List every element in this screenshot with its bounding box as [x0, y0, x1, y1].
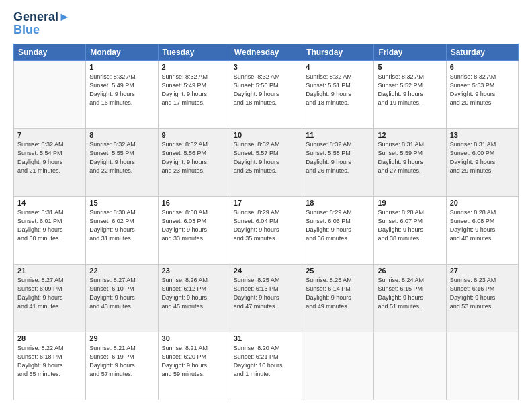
day-info: Sunrise: 8:32 AM Sunset: 5:54 PM Dayligh… — [17, 140, 82, 175]
day-info: Sunrise: 8:32 AM Sunset: 5:57 PM Dayligh… — [234, 140, 298, 175]
calendar-cell: 23Sunrise: 8:26 AM Sunset: 6:12 PM Dayli… — [158, 264, 230, 332]
day-number: 18 — [306, 199, 370, 207]
day-info: Sunrise: 8:23 AM Sunset: 6:16 PM Dayligh… — [450, 276, 515, 311]
day-info: Sunrise: 8:20 AM Sunset: 6:21 PM Dayligh… — [234, 344, 298, 379]
calendar-week-row: 28Sunrise: 8:22 AM Sunset: 6:18 PM Dayli… — [14, 332, 519, 400]
weekday-wednesday: Wednesday — [230, 44, 302, 60]
calendar-cell: 3Sunrise: 8:32 AM Sunset: 5:50 PM Daylig… — [230, 60, 302, 128]
calendar-week-row: 21Sunrise: 8:27 AM Sunset: 6:09 PM Dayli… — [14, 264, 519, 332]
calendar-cell: 14Sunrise: 8:31 AM Sunset: 6:01 PM Dayli… — [14, 196, 86, 264]
logo-blue: Blue — [13, 23, 40, 37]
calendar-cell: 27Sunrise: 8:23 AM Sunset: 6:16 PM Dayli… — [446, 264, 518, 332]
day-number: 21 — [17, 267, 82, 275]
header: General► Blue — [13, 11, 519, 37]
day-number: 27 — [450, 267, 515, 275]
calendar-cell — [446, 332, 518, 400]
day-number: 3 — [234, 63, 298, 71]
day-number: 25 — [306, 267, 370, 275]
day-info: Sunrise: 8:30 AM Sunset: 6:02 PM Dayligh… — [89, 208, 154, 243]
day-info: Sunrise: 8:27 AM Sunset: 6:10 PM Dayligh… — [89, 276, 154, 311]
day-number: 31 — [234, 334, 298, 342]
day-number: 9 — [162, 131, 226, 139]
calendar-cell: 30Sunrise: 8:21 AM Sunset: 6:20 PM Dayli… — [158, 332, 230, 400]
day-info: Sunrise: 8:32 AM Sunset: 5:53 PM Dayligh… — [450, 73, 515, 107]
day-number: 5 — [378, 63, 442, 71]
day-number: 1 — [89, 63, 154, 71]
day-info: Sunrise: 8:21 AM Sunset: 6:20 PM Dayligh… — [162, 344, 226, 379]
calendar-cell: 24Sunrise: 8:25 AM Sunset: 6:13 PM Dayli… — [230, 264, 302, 332]
calendar-cell: 6Sunrise: 8:32 AM Sunset: 5:53 PM Daylig… — [446, 60, 518, 128]
calendar-cell — [302, 332, 374, 400]
calendar-cell: 8Sunrise: 8:32 AM Sunset: 5:55 PM Daylig… — [86, 128, 158, 196]
day-number: 20 — [450, 199, 515, 207]
day-info: Sunrise: 8:32 AM Sunset: 5:51 PM Dayligh… — [306, 73, 370, 107]
day-info: Sunrise: 8:31 AM Sunset: 6:00 PM Dayligh… — [450, 140, 515, 175]
day-number: 30 — [162, 334, 226, 342]
calendar-cell: 21Sunrise: 8:27 AM Sunset: 6:09 PM Dayli… — [14, 264, 86, 332]
page: General► Blue SundayMondayTuesdayWednesd… — [0, 0, 532, 411]
day-info: Sunrise: 8:26 AM Sunset: 6:12 PM Dayligh… — [162, 276, 226, 311]
day-info: Sunrise: 8:32 AM Sunset: 5:58 PM Dayligh… — [306, 140, 370, 175]
day-info: Sunrise: 8:24 AM Sunset: 6:15 PM Dayligh… — [378, 276, 442, 311]
day-info: Sunrise: 8:21 AM Sunset: 6:19 PM Dayligh… — [89, 344, 154, 379]
day-info: Sunrise: 8:29 AM Sunset: 6:06 PM Dayligh… — [306, 208, 370, 243]
calendar-week-row: 14Sunrise: 8:31 AM Sunset: 6:01 PM Dayli… — [14, 196, 519, 264]
calendar-cell: 1Sunrise: 8:32 AM Sunset: 5:49 PM Daylig… — [86, 60, 158, 128]
calendar-cell: 15Sunrise: 8:30 AM Sunset: 6:02 PM Dayli… — [86, 196, 158, 264]
day-info: Sunrise: 8:32 AM Sunset: 5:55 PM Dayligh… — [89, 140, 154, 175]
day-number: 19 — [378, 199, 442, 207]
weekday-sunday: Sunday — [14, 44, 86, 60]
day-number: 26 — [378, 267, 442, 275]
calendar-cell: 2Sunrise: 8:32 AM Sunset: 5:49 PM Daylig… — [158, 60, 230, 128]
calendar-week-row: 7Sunrise: 8:32 AM Sunset: 5:54 PM Daylig… — [14, 128, 519, 196]
day-info: Sunrise: 8:22 AM Sunset: 6:18 PM Dayligh… — [17, 344, 82, 379]
day-info: Sunrise: 8:32 AM Sunset: 5:50 PM Dayligh… — [234, 73, 298, 107]
weekday-saturday: Saturday — [446, 44, 518, 60]
weekday-monday: Monday — [86, 44, 158, 60]
weekday-tuesday: Tuesday — [158, 44, 230, 60]
day-number: 17 — [234, 199, 298, 207]
day-number: 7 — [17, 131, 82, 139]
calendar-cell — [374, 332, 446, 400]
day-number: 23 — [162, 267, 226, 275]
calendar-table: SundayMondayTuesdayWednesdayThursdayFrid… — [13, 44, 519, 400]
day-number: 2 — [162, 63, 226, 71]
calendar-cell: 13Sunrise: 8:31 AM Sunset: 6:00 PM Dayli… — [446, 128, 518, 196]
calendar-cell: 20Sunrise: 8:28 AM Sunset: 6:08 PM Dayli… — [446, 196, 518, 264]
calendar-cell: 11Sunrise: 8:32 AM Sunset: 5:58 PM Dayli… — [302, 128, 374, 196]
day-info: Sunrise: 8:31 AM Sunset: 5:59 PM Dayligh… — [378, 140, 442, 175]
day-number: 6 — [450, 63, 515, 71]
calendar-cell — [14, 60, 86, 128]
calendar-cell: 22Sunrise: 8:27 AM Sunset: 6:10 PM Dayli… — [86, 264, 158, 332]
calendar-cell: 29Sunrise: 8:21 AM Sunset: 6:19 PM Dayli… — [86, 332, 158, 400]
calendar-cell: 26Sunrise: 8:24 AM Sunset: 6:15 PM Dayli… — [374, 264, 446, 332]
day-info: Sunrise: 8:25 AM Sunset: 6:14 PM Dayligh… — [306, 276, 370, 311]
day-number: 4 — [306, 63, 370, 71]
calendar-cell: 31Sunrise: 8:20 AM Sunset: 6:21 PM Dayli… — [230, 332, 302, 400]
day-number: 8 — [89, 131, 154, 139]
calendar-cell: 12Sunrise: 8:31 AM Sunset: 5:59 PM Dayli… — [374, 128, 446, 196]
day-number: 13 — [450, 131, 515, 139]
calendar-cell: 18Sunrise: 8:29 AM Sunset: 6:06 PM Dayli… — [302, 196, 374, 264]
day-number: 11 — [306, 131, 370, 139]
day-info: Sunrise: 8:28 AM Sunset: 6:08 PM Dayligh… — [450, 208, 515, 243]
day-info: Sunrise: 8:32 AM Sunset: 5:49 PM Dayligh… — [162, 73, 226, 107]
day-number: 14 — [17, 199, 82, 207]
day-number: 22 — [89, 267, 154, 275]
calendar-cell: 10Sunrise: 8:32 AM Sunset: 5:57 PM Dayli… — [230, 128, 302, 196]
day-number: 15 — [89, 199, 154, 207]
day-number: 29 — [89, 334, 154, 342]
day-number: 10 — [234, 131, 298, 139]
calendar-cell: 16Sunrise: 8:30 AM Sunset: 6:03 PM Dayli… — [158, 196, 230, 264]
calendar-cell: 9Sunrise: 8:32 AM Sunset: 5:56 PM Daylig… — [158, 128, 230, 196]
calendar-cell: 19Sunrise: 8:28 AM Sunset: 6:07 PM Dayli… — [374, 196, 446, 264]
day-number: 28 — [17, 334, 82, 342]
calendar-cell: 7Sunrise: 8:32 AM Sunset: 5:54 PM Daylig… — [14, 128, 86, 196]
calendar-cell: 4Sunrise: 8:32 AM Sunset: 5:51 PM Daylig… — [302, 60, 374, 128]
day-info: Sunrise: 8:31 AM Sunset: 6:01 PM Dayligh… — [17, 208, 82, 243]
calendar-cell: 28Sunrise: 8:22 AM Sunset: 6:18 PM Dayli… — [14, 332, 86, 400]
day-info: Sunrise: 8:32 AM Sunset: 5:49 PM Dayligh… — [89, 73, 154, 107]
day-info: Sunrise: 8:32 AM Sunset: 5:56 PM Dayligh… — [162, 140, 226, 175]
weekday-friday: Friday — [374, 44, 446, 60]
weekday-thursday: Thursday — [302, 44, 374, 60]
